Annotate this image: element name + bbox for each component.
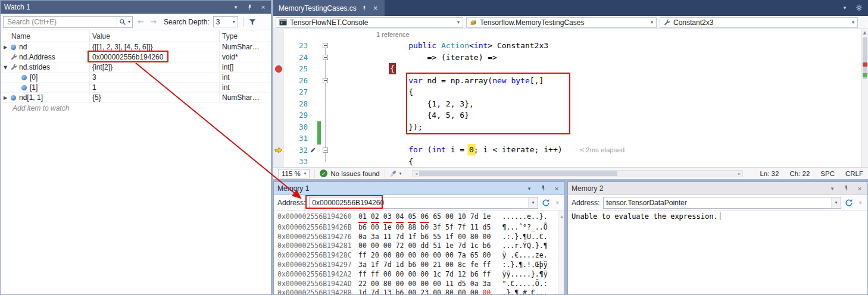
window-position-icon[interactable]: ▾ bbox=[828, 184, 836, 193]
code-line[interactable]: 26 var nd = np.array(new byte[,] bbox=[273, 75, 861, 87]
code-line[interactable]: 31 bbox=[273, 133, 861, 145]
code-line[interactable]: 30 }); bbox=[273, 121, 861, 133]
code-line[interactable]: 27 { bbox=[273, 86, 861, 98]
watch-header[interactable]: Watch 1 ▾ × bbox=[1, 1, 271, 14]
address-combobox[interactable]: ▾ bbox=[309, 197, 538, 209]
search-icon[interactable] bbox=[119, 18, 126, 26]
outline-collapse-icon[interactable] bbox=[323, 55, 328, 60]
window-position-icon[interactable]: ▾ bbox=[525, 184, 533, 193]
code-line[interactable]: 32 for (int i = 0; i < iterate; i++)≤ 2m… bbox=[273, 145, 861, 156]
watch-row[interactable]: ▼nd.strides{int[2]}int[] bbox=[1, 62, 271, 73]
address-input[interactable] bbox=[310, 197, 528, 208]
chevron-down-icon[interactable]: ▾ bbox=[528, 197, 538, 208]
gear-icon[interactable] bbox=[855, 4, 863, 12]
watch-row[interactable]: nd.Address0x000002556b194260void* bbox=[1, 52, 271, 62]
watch-value[interactable]: 1 bbox=[90, 83, 220, 92]
memory-row[interactable]: 0x000002556B1942B81d7d13b600230080000000… bbox=[277, 288, 556, 294]
code-line[interactable]: 29 {4, 5, 6} bbox=[273, 109, 861, 121]
watch-row[interactable]: [0]3int bbox=[1, 73, 271, 83]
memory-row[interactable]: 0x000002556B1942810000007200dd511e7d1cb6… bbox=[277, 241, 556, 251]
address-input[interactable] bbox=[604, 197, 831, 208]
filter-icon[interactable] bbox=[248, 18, 257, 26]
breakpoint-icon[interactable] bbox=[275, 65, 282, 73]
column-header-value[interactable]: Value bbox=[90, 30, 220, 42]
close-icon[interactable]: × bbox=[855, 184, 864, 193]
refresh-icon[interactable] bbox=[542, 199, 550, 207]
code-text[interactable]: for (int i = 0; i < iterate; i++)≤ 2ms e… bbox=[329, 144, 861, 156]
code-text[interactable]: {1, 2, 3}, bbox=[329, 98, 861, 110]
refresh-icon[interactable] bbox=[845, 199, 853, 207]
memory2-content[interactable]: Unable to evaluate the expression. bbox=[568, 211, 867, 294]
code-line[interactable]: 24 => (iterate) => bbox=[273, 52, 861, 64]
search-depth-select[interactable]: 3 ▾ bbox=[213, 16, 238, 27]
watch-value[interactable]: 0x000002556b194260 bbox=[90, 52, 220, 62]
memory-row[interactable]: 0x000002556B19426Bb6001e0088b03f5f7f11d5… bbox=[277, 223, 556, 233]
memory1-content[interactable]: 0x000002556B1942600102030405066500107d1e… bbox=[274, 211, 564, 294]
editor-vertical-scrollbar[interactable]: ▲ bbox=[861, 29, 868, 167]
address-combobox[interactable]: ▾ bbox=[603, 197, 841, 209]
memory1-header[interactable]: Memory 1 ▾ × bbox=[274, 182, 564, 195]
outline-collapse-icon[interactable] bbox=[323, 43, 328, 48]
code-text[interactable]: { bbox=[329, 63, 861, 75]
expander-collapsed-icon[interactable]: ▶ bbox=[2, 45, 9, 50]
scroll-up-icon[interactable]: ▲ bbox=[558, 212, 564, 221]
search-box[interactable]: ▾ bbox=[3, 16, 133, 28]
code-editor[interactable]: 1 reference23 public Action<int> Constan… bbox=[273, 29, 861, 167]
chevron-down-icon[interactable]: ▾ bbox=[841, 4, 849, 12]
expander-expanded-icon[interactable]: ▼ bbox=[2, 65, 9, 70]
toolbar-overflow-icon[interactable]: » bbox=[554, 199, 561, 206]
watch-row[interactable]: [1]1int bbox=[1, 83, 271, 93]
pin-icon[interactable] bbox=[842, 184, 850, 193]
add-watch-row[interactable]: Add item to watch bbox=[1, 103, 271, 113]
scroll-right-icon[interactable]: ► bbox=[736, 171, 742, 175]
close-icon[interactable]: × bbox=[552, 184, 561, 193]
memory-row[interactable]: 0x000002556B1942A2ffff000000001c7d12b6ff… bbox=[277, 270, 556, 280]
pin-icon[interactable] bbox=[245, 3, 254, 11]
code-text[interactable]: { bbox=[329, 156, 861, 167]
watch-value[interactable]: {int[2]} bbox=[90, 62, 220, 72]
pin-icon[interactable] bbox=[539, 184, 547, 193]
member-dropdown[interactable]: Constant2x3 ▾ bbox=[660, 17, 858, 28]
outline-collapse-icon[interactable] bbox=[323, 78, 328, 83]
memory-row[interactable]: 0x000002556B1942973a1f7d1db60021008cfeff… bbox=[277, 261, 556, 270]
memory-row[interactable]: 0x000002556B1942600102030405066500107d1e… bbox=[277, 212, 556, 223]
codelens-label[interactable]: 1 reference bbox=[329, 29, 861, 40]
tab-memorytestingcases[interactable]: MemoryTestingCases.cs × bbox=[273, 0, 385, 16]
code-text[interactable]: {4, 5, 6} bbox=[329, 109, 861, 121]
code-text[interactable]: { bbox=[329, 86, 861, 98]
class-dropdown[interactable]: Tensorflow.MemoryTestingCases ▾ bbox=[466, 17, 657, 28]
scroll-up-icon[interactable]: ▲ bbox=[861, 30, 868, 35]
window-position-icon[interactable]: ▾ bbox=[232, 3, 240, 11]
memory-row[interactable]: 0x000002556B1942AD2200800000000011d50a3a… bbox=[277, 280, 556, 289]
eol-mode[interactable]: CRLF bbox=[845, 170, 863, 177]
outline-collapse-icon[interactable] bbox=[323, 148, 328, 153]
zoom-select[interactable]: 115 % ▾ bbox=[278, 169, 310, 178]
close-icon[interactable]: × bbox=[259, 3, 267, 11]
search-next-icon[interactable]: → bbox=[149, 17, 158, 26]
code-line[interactable]: 33 { bbox=[273, 156, 861, 167]
scroll-left-icon[interactable]: ◄ bbox=[413, 171, 419, 175]
search-previous-icon[interactable]: ← bbox=[136, 17, 145, 26]
issues-indicator[interactable]: ✓ No issues found bbox=[320, 170, 379, 177]
editor-horizontal-scrollbar[interactable]: ◄ ► bbox=[412, 170, 743, 177]
scrollbar-thumb[interactable] bbox=[419, 171, 617, 176]
column-header-type[interactable]: Type bbox=[220, 30, 271, 42]
watch-row[interactable]: ▶nd{[[1, 2, 3], [4, 5, 6]]}NumShar… bbox=[1, 42, 271, 52]
code-line[interactable]: 28 {1, 2, 3}, bbox=[273, 98, 861, 110]
watch-row[interactable]: ▶nd[1, 1]{5}NumShar… bbox=[1, 93, 271, 103]
column-header-name[interactable]: Name bbox=[1, 30, 90, 42]
code-line[interactable]: 23 public Action<int> Constant2x3 bbox=[273, 40, 861, 52]
code-line[interactable]: 25 { bbox=[273, 63, 861, 75]
memory-row[interactable]: 0x000002556B1942760a3a117d1fb6551f008000… bbox=[277, 233, 556, 242]
expander-collapsed-icon[interactable]: ▶ bbox=[2, 95, 9, 101]
search-input[interactable] bbox=[7, 18, 115, 26]
chevron-down-icon[interactable]: ▾ bbox=[831, 197, 841, 208]
code-text[interactable]: var nd = np.array(new byte[,] bbox=[329, 75, 861, 87]
memory2-header[interactable]: Memory 2 ▾ × bbox=[568, 182, 867, 195]
chevron-down-icon[interactable]: ▾ bbox=[128, 19, 130, 24]
code-text[interactable]: => (iterate) => bbox=[329, 52, 861, 64]
code-text[interactable]: }); bbox=[329, 121, 861, 133]
watch-value[interactable]: {[[1, 2, 3], [4, 5, 6]]} bbox=[90, 42, 220, 52]
code-cleanup-icon[interactable]: ▾ bbox=[390, 170, 402, 177]
indent-mode[interactable]: SPC bbox=[820, 170, 835, 177]
